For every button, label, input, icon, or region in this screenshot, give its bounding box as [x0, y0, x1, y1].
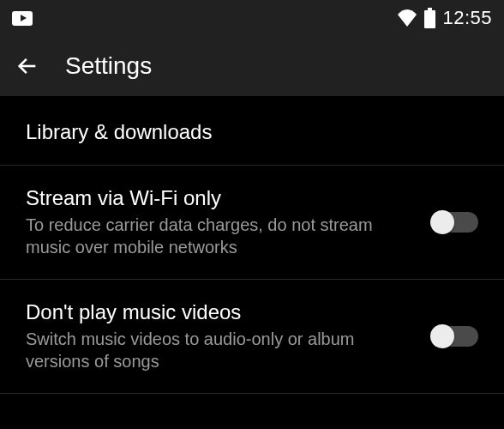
setting-text: Stream via Wi-Fi only To reduce carrier …	[26, 186, 418, 258]
svg-rect-0	[428, 8, 432, 10]
setting-title: Don't play music videos	[26, 300, 418, 324]
toggle-dont-play-music-videos[interactable]	[432, 326, 478, 347]
status-clock: 12:55	[442, 7, 492, 29]
toggle-thumb	[430, 210, 454, 234]
section-header: Library & downloads	[0, 96, 504, 165]
setting-stream-wifi-only[interactable]: Stream via Wi-Fi only To reduce carrier …	[0, 166, 504, 279]
wifi-icon	[397, 9, 417, 27]
page-title: Settings	[65, 52, 152, 80]
setting-description: To reduce carrier data charges, do not s…	[26, 214, 418, 258]
setting-title: Stream via Wi-Fi only	[26, 186, 418, 210]
toggle-thumb	[430, 324, 454, 348]
title-bar: Settings	[0, 36, 504, 96]
setting-text: Don't play music videos Switch music vid…	[26, 300, 418, 372]
setting-description: Switch music videos to audio-only or alb…	[26, 328, 418, 372]
back-button[interactable]	[15, 54, 39, 78]
status-bar: 12:55	[0, 0, 504, 36]
divider	[0, 393, 504, 394]
status-left	[12, 11, 33, 26]
setting-dont-play-music-videos[interactable]: Don't play music videos Switch music vid…	[0, 280, 504, 393]
battery-icon	[424, 8, 435, 28]
toggle-stream-wifi-only[interactable]	[432, 212, 478, 233]
svg-rect-1	[424, 10, 435, 28]
status-right: 12:55	[397, 7, 492, 29]
youtube-icon	[12, 11, 33, 26]
settings-content: Library & downloads Stream via Wi-Fi onl…	[0, 96, 504, 394]
